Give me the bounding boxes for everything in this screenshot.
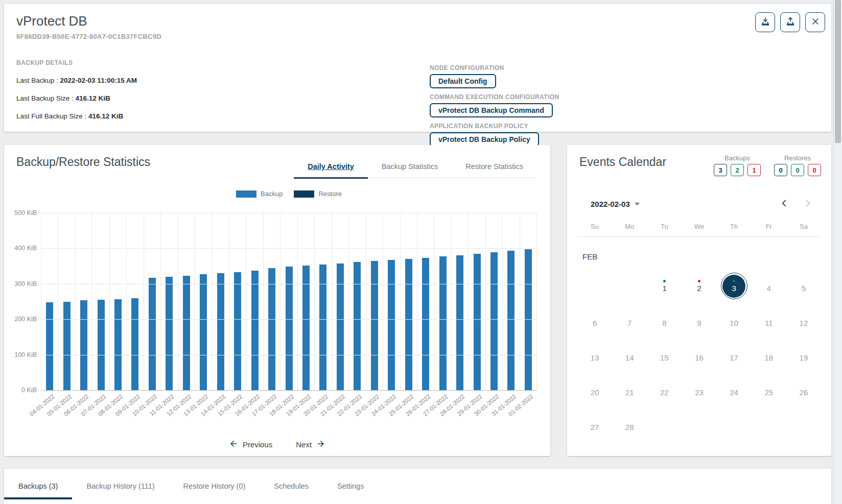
day-11[interactable]: 11 <box>765 315 773 327</box>
event-dot-placeholder <box>802 349 805 352</box>
status-badge: 1 <box>747 164 761 176</box>
next-month-button[interactable] <box>802 197 814 211</box>
backup-bar-12-01-2022[interactable] <box>183 276 190 390</box>
y-axis-tick: 300 KiB <box>5 280 37 287</box>
backup-bar-30-01-2022[interactable] <box>490 252 498 390</box>
tab-backups-3[interactable]: Backups (3) <box>4 471 72 499</box>
backup-bar-20-01-2022[interactable] <box>319 265 326 390</box>
tab-settings[interactable]: Settings <box>323 471 378 499</box>
gridline <box>41 355 537 355</box>
next-button[interactable]: Next <box>296 439 325 450</box>
day-24[interactable]: 24 <box>730 384 738 397</box>
tab-backup-history-111[interactable]: Backup History (111) <box>72 471 169 499</box>
chart-slot: 13-01-2022 <box>195 213 212 390</box>
tab-daily-activity[interactable]: Daily Activity <box>294 156 368 178</box>
day-4[interactable]: 4 <box>767 280 771 293</box>
application-uuid: 6F86DD39-B50E-4772-80A7-0C1B37FCBC9D <box>16 33 161 40</box>
day-26[interactable]: 26 <box>800 384 808 397</box>
backup-bar-09-01-2022[interactable] <box>131 298 138 390</box>
backup-bar-13-01-2022[interactable] <box>200 274 207 390</box>
backup-bar-14-01-2022[interactable] <box>217 273 224 390</box>
day-22[interactable]: 22 <box>660 384 669 397</box>
day-number: 22 <box>660 388 669 397</box>
backup-bar-27-01-2022[interactable] <box>439 256 447 390</box>
day-2[interactable]: 2 <box>697 280 701 293</box>
backup-bar-25-01-2022[interactable] <box>405 259 412 390</box>
backup-bar-08-01-2022[interactable] <box>114 299 122 390</box>
day-23[interactable]: 23 <box>695 384 704 397</box>
event-dot-placeholder <box>628 384 631 387</box>
day-9[interactable]: 9 <box>697 315 701 327</box>
day-14[interactable]: 14 <box>625 349 634 362</box>
chart-slot: 22-01-2022 <box>348 213 365 390</box>
config-chip-2[interactable]: vProtect DB Backup Policy <box>430 132 539 147</box>
backup-bar-31-01-2022[interactable] <box>507 251 514 390</box>
scrollbar-thumb[interactable] <box>835 0 841 143</box>
day-6[interactable]: 6 <box>593 315 597 327</box>
backup-bar-22-01-2022[interactable] <box>354 262 361 390</box>
day-number: 24 <box>730 388 738 397</box>
previous-month-button[interactable] <box>778 197 790 211</box>
backup-bar-28-01-2022[interactable] <box>456 255 463 390</box>
backup-bar-26-01-2022[interactable] <box>422 258 429 390</box>
backup-bar-04-01-2022[interactable] <box>46 302 53 390</box>
calendar-nav <box>778 197 814 211</box>
day-1[interactable]: 1 <box>662 280 666 293</box>
tab-schedules[interactable]: Schedules <box>260 471 323 499</box>
calendar-day-cell: 22 <box>647 377 682 403</box>
day-17[interactable]: 17 <box>730 349 738 362</box>
day-12[interactable]: 12 <box>800 315 808 327</box>
day-15[interactable]: 15 <box>660 349 669 362</box>
close-button[interactable] <box>805 12 825 32</box>
config-label-0: NODE CONFIGURATION <box>430 64 559 71</box>
detail-row-0: Last Backup : 2022-02-03 11:00:15 AM <box>16 77 137 84</box>
selected-day-3[interactable]: 3 <box>721 273 747 299</box>
counter-badges: 000 <box>774 164 821 176</box>
day-number: 14 <box>625 353 634 362</box>
day-5[interactable]: 5 <box>802 280 806 293</box>
day-7[interactable]: 7 <box>627 315 632 327</box>
day-25[interactable]: 25 <box>764 384 773 397</box>
backup-bar-17-01-2022[interactable] <box>268 268 275 390</box>
day-18[interactable]: 18 <box>764 349 773 362</box>
day-27[interactable]: 27 <box>591 419 599 431</box>
backup-bar-07-01-2022[interactable] <box>98 300 105 390</box>
tab-backup-statistics[interactable]: Backup Statistics <box>368 156 452 178</box>
day-number: 5 <box>802 284 806 293</box>
backup-bar-29-01-2022[interactable] <box>474 254 481 390</box>
day-19[interactable]: 19 <box>800 349 808 362</box>
day-10[interactable]: 10 <box>730 315 738 327</box>
day-number: 21 <box>625 388 634 397</box>
config-label-2: APPLICATION BACKUP POLICY <box>430 123 559 130</box>
backup-bar-11-01-2022[interactable] <box>166 277 173 390</box>
backup-bar-24-01-2022[interactable] <box>388 260 395 390</box>
day-20[interactable]: 20 <box>591 384 599 397</box>
tab-restore-history-0[interactable]: Restore History (0) <box>169 471 260 499</box>
day-21[interactable]: 21 <box>625 384 634 397</box>
legend-swatch <box>236 190 256 198</box>
tab-restore-statistics[interactable]: Restore Statistics <box>452 156 537 178</box>
day-28[interactable]: 28 <box>625 419 634 431</box>
backup-bar-21-01-2022[interactable] <box>337 263 344 390</box>
backup-bar-10-01-2022[interactable] <box>149 278 156 390</box>
day-8[interactable]: 8 <box>662 315 666 327</box>
backup-bar-23-01-2022[interactable] <box>371 261 378 390</box>
day-16[interactable]: 16 <box>695 349 704 362</box>
page-scrollbar[interactable] <box>833 0 842 504</box>
weekday-sa: Sa <box>786 223 821 230</box>
backup-bar-16-01-2022[interactable] <box>251 271 259 390</box>
restore-button[interactable] <box>780 12 800 32</box>
config-chip-1[interactable]: vProtect DB Backup Command <box>430 103 553 117</box>
backup-bar-15-01-2022[interactable] <box>234 272 241 390</box>
event-dot-placeholder <box>767 384 770 387</box>
backup-now-button[interactable] <box>755 12 775 32</box>
day-13[interactable]: 13 <box>591 349 599 362</box>
date-selector[interactable]: 2022-02-03 <box>591 200 640 208</box>
backup-bar-05-01-2022[interactable] <box>63 302 71 391</box>
config-chip-0[interactable]: Default Config <box>430 74 496 88</box>
backup-bar-06-01-2022[interactable] <box>80 300 87 390</box>
previous-button[interactable]: Previous <box>229 439 272 450</box>
calendar-empty-cell <box>752 412 786 438</box>
day-number: 13 <box>591 353 599 362</box>
backup-bar-18-01-2022[interactable] <box>286 267 293 390</box>
